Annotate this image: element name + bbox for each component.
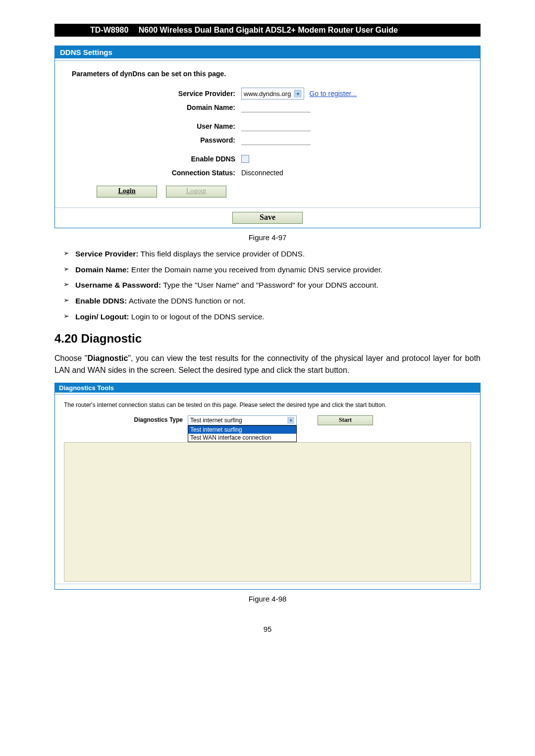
list-item: Login/ Logout: Login to or logout of the… [63,311,481,322]
panel-title: DDNS Settings [55,46,480,58]
logout-button[interactable]: Logout [166,186,226,198]
label-domain-name: Domain Name: [72,103,241,111]
model-label: TD-W8980 [90,24,128,37]
label-diagnostics-type: Diagnostics Type [64,415,183,423]
save-button[interactable]: Save [232,212,303,224]
start-button[interactable]: Start [318,415,373,425]
user-name-input[interactable] [241,122,311,131]
chevron-down-icon: ▾ [287,417,294,424]
page-number: 95 [54,625,481,633]
diagnostics-results-area [64,442,471,582]
label-conn-status: Connection Status: [72,169,241,177]
list-item: Enable DDNS: Activate the DDNS function … [63,296,481,306]
panel-intro: Parameters of dynDns can be set on this … [72,70,470,78]
list-item: Domain Name: Enter the Domain name you r… [63,264,481,275]
diagnostics-type-dropdown: Test internet surfing Test WAN interface… [188,425,297,442]
password-input[interactable] [241,136,311,145]
dropdown-option[interactable]: Test WAN interface connection [188,434,296,442]
label-user-name: User Name: [72,122,241,130]
figure-caption-1: Figure 4-97 [54,233,481,242]
panel-footer [55,584,480,589]
list-item: Service Provider: This field displays th… [63,249,481,259]
dropdown-option[interactable]: Test internet surfing [188,426,296,434]
ddns-settings-panel: DDNS Settings Parameters of dynDns can b… [54,46,481,228]
panel-intro: The router's internet connection status … [64,402,471,408]
conn-status-value: Disconnected [241,169,283,177]
service-provider-value: www.dyndns.org [244,90,291,98]
label-service-provider: Service Provider: [72,90,241,98]
diagnostics-type-value: Test internet surfing [190,416,242,424]
diagnostics-panel: Diagnostics Tools The router's internet … [54,383,481,590]
list-item: Username & Password: Type the "User Name… [63,280,481,291]
enable-ddns-checkbox[interactable] [241,155,249,163]
label-password: Password: [72,136,241,144]
diagnostics-type-select[interactable]: Test internet surfing ▾ [188,415,297,425]
doc-header: TD-W8980 N600 Wireless Dual Band Gigabit… [54,24,481,37]
domain-name-input[interactable] [241,103,311,112]
chevron-down-icon: ▾ [294,90,302,98]
section-heading: 4.20 Diagnostic [54,332,481,346]
feature-list: Service Provider: This field displays th… [63,249,481,322]
login-button[interactable]: Login [97,186,157,198]
doc-title: N600 Wireless Dual Band Gigabit ADSL2+ M… [139,24,398,37]
label-enable-ddns: Enable DDNS [72,155,241,163]
panel-title: Diagnostics Tools [55,383,480,393]
register-link[interactable]: Go to register... [309,90,357,98]
figure-caption-2: Figure 4-98 [54,595,481,603]
body-paragraph: Choose "Diagnostic", you can view the te… [54,353,481,375]
service-provider-select[interactable]: www.dyndns.org ▾ [241,88,304,100]
